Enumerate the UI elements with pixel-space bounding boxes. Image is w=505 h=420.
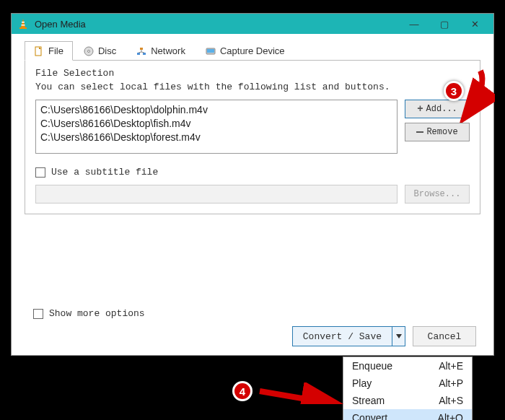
titlebar: Open Media — ▢ ✕ <box>12 14 493 34</box>
svg-rect-8 <box>143 53 146 55</box>
file-list[interactable]: C:\Users\86166\Desktop\dolphin.m4v C:\Us… <box>35 100 398 154</box>
svg-rect-1 <box>19 27 27 29</box>
convert-save-menu: Enqueue Alt+E Play Alt+P Stream Alt+S Co… <box>343 356 473 420</box>
tab-network[interactable]: Network <box>127 41 195 61</box>
maximize-button[interactable]: ▢ <box>431 15 457 32</box>
more-options-row: Show more options <box>33 308 145 319</box>
file-selection-label: File Selection <box>35 68 470 79</box>
window-buttons: — ▢ ✕ <box>401 15 488 32</box>
menu-item-label: Enqueue <box>352 360 392 372</box>
disc-icon <box>84 46 94 56</box>
browse-button-label: Browse... <box>414 189 461 199</box>
svg-rect-2 <box>22 22 25 23</box>
dropdown-arrow-icon[interactable] <box>392 327 405 346</box>
menu-item-shortcut: Alt+O <box>438 412 463 420</box>
tab-network-label: Network <box>151 45 185 56</box>
remove-button[interactable]: Remove <box>405 123 470 141</box>
bottom-buttons: Convert / Save Cancel <box>292 326 476 346</box>
svg-point-6 <box>87 50 89 52</box>
cancel-label: Cancel <box>428 331 462 342</box>
menu-item-label: Stream <box>352 395 385 406</box>
vlc-cone-icon <box>17 18 29 30</box>
file-item[interactable]: C:\Users\86166\Desktop\fish.m4v <box>40 117 392 131</box>
tab-file[interactable]: File <box>25 41 73 61</box>
annotation-arrow-4 <box>256 382 350 404</box>
plus-icon: + <box>417 103 423 115</box>
browse-button: Browse... <box>405 185 470 204</box>
file-panel: File Selection You can select local file… <box>25 60 480 214</box>
svg-line-18 <box>260 391 335 404</box>
tab-capture-label: Capture Device <box>220 45 285 56</box>
menu-item-shortcut: Alt+S <box>439 395 463 406</box>
file-icon <box>34 46 44 56</box>
svg-rect-14 <box>207 49 214 53</box>
menu-item-shortcut: Alt+P <box>439 377 463 389</box>
svg-rect-9 <box>140 48 143 50</box>
menu-item-label: Play <box>352 377 372 389</box>
convert-save-button[interactable]: Convert / Save <box>292 326 405 346</box>
file-selection-help: You can select local files with the foll… <box>35 82 470 92</box>
more-options-label: Show more options <box>49 308 145 319</box>
remove-button-label: Remove <box>426 127 457 137</box>
subtitle-checkbox[interactable] <box>35 167 45 178</box>
annotation-badge-4: 4 <box>232 381 252 401</box>
tab-file-label: File <box>48 45 63 56</box>
window-title: Open Media <box>35 19 401 30</box>
subtitle-label: Use a subtitle file <box>51 167 158 178</box>
tab-disc-label: Disc <box>98 45 116 56</box>
file-item[interactable]: C:\Users\86166\Desktop\forest.m4v <box>40 131 392 144</box>
minimize-button[interactable]: — <box>401 15 427 32</box>
convert-save-label: Convert / Save <box>293 331 392 342</box>
svg-marker-15 <box>396 334 402 338</box>
svg-line-12 <box>141 52 144 53</box>
close-button[interactable]: ✕ <box>462 15 488 32</box>
tab-bar: File Disc Network Capture Device <box>12 34 493 61</box>
tab-capture[interactable]: Capture Device <box>196 41 294 61</box>
minus-icon <box>416 131 423 133</box>
network-icon <box>136 46 146 56</box>
menu-item-shortcut: Alt+E <box>439 360 463 372</box>
menu-item-label: Convert <box>352 412 387 420</box>
more-options-checkbox[interactable] <box>33 309 43 319</box>
capture-icon <box>206 46 216 56</box>
cancel-button[interactable]: Cancel <box>413 326 476 346</box>
annotation-badge-3: 3 <box>444 81 464 101</box>
tab-disc[interactable]: Disc <box>74 41 126 61</box>
svg-rect-3 <box>22 25 25 26</box>
menu-item-stream[interactable]: Stream Alt+S <box>343 392 472 409</box>
subtitle-path-input <box>35 185 398 204</box>
svg-rect-7 <box>137 53 140 55</box>
menu-item-play[interactable]: Play Alt+P <box>343 375 472 392</box>
svg-marker-0 <box>21 19 25 27</box>
file-item[interactable]: C:\Users\86166\Desktop\dolphin.m4v <box>40 103 392 117</box>
open-media-window: Open Media — ▢ ✕ File Disc Network Captu… <box>11 13 494 356</box>
menu-item-convert[interactable]: Convert Alt+O <box>343 409 472 420</box>
svg-line-11 <box>139 52 141 53</box>
menu-item-enqueue[interactable]: Enqueue Alt+E <box>343 357 472 375</box>
